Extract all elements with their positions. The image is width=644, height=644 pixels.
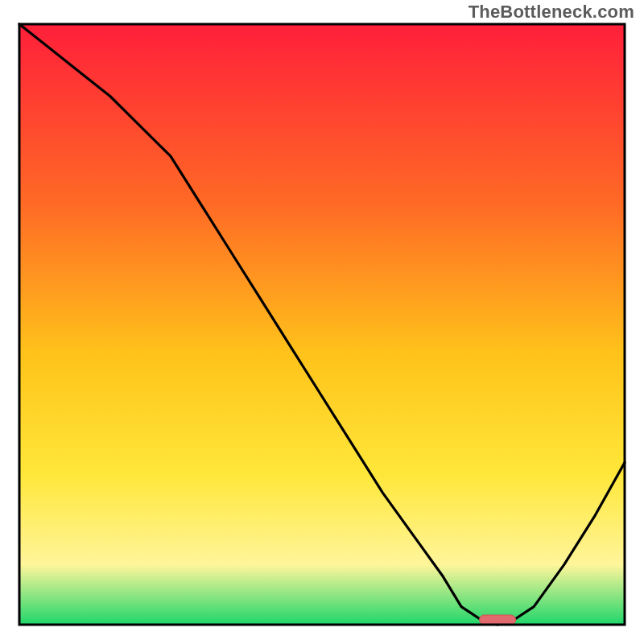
bottleneck-chart [0, 0, 644, 644]
chart-container: { "watermark": "TheBottleneck.com", "col… [0, 0, 644, 644]
watermark-text: TheBottleneck.com [469, 2, 634, 23]
plot-background [19, 24, 625, 625]
optimal-marker [480, 615, 516, 625]
